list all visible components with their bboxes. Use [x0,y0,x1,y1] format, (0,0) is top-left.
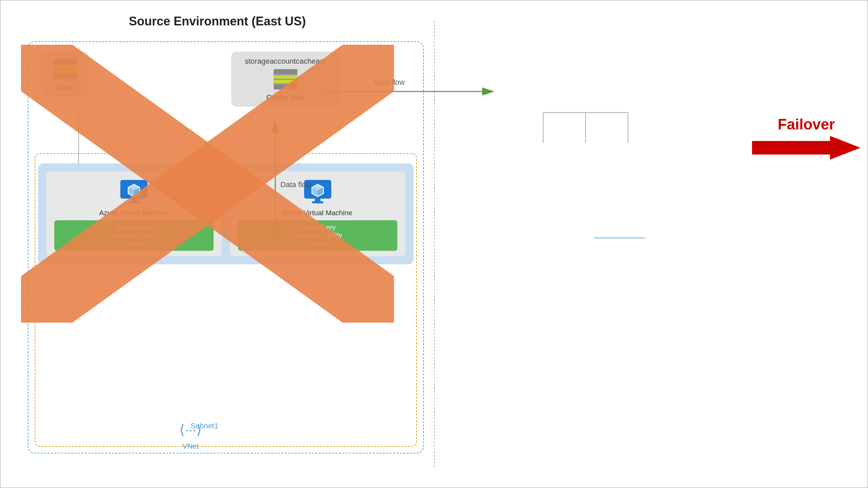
source-vm-group: Azure Virtual Machine Site recoveryexten… [38,163,414,264]
cache-data-label: Cache data [267,93,305,102]
svg-rect-7 [274,75,297,79]
svg-rect-17 [128,201,140,203]
svg-rect-16 [131,199,137,201]
svg-rect-1 [53,59,77,64]
cache-disk-icon [272,68,299,90]
svg-text:⟨···⟩: ⟨···⟩ [180,422,201,437]
svg-rect-24 [315,199,320,201]
source-vm-1: Azure Virtual Machine Site recoveryexten… [46,171,222,256]
cache-storage-name: storageaccountcacheasr [245,57,326,66]
failover-arrow: Failover [752,116,861,161]
source-disk-1: Disks [52,58,79,92]
source-vm-label-2: Azure Virtual Machine [283,209,352,217]
source-vm-label-1: Azure Virtual Machine [99,209,169,217]
svg-rect-25 [312,201,323,203]
svg-rect-8 [274,80,297,83]
source-vnet-label: VNet [182,442,199,451]
svg-rect-6 [274,69,297,74]
source-service-badge-1: Site recoveryextension mobilityservice [54,220,214,251]
source-disk-label-1: Disks [56,83,74,92]
cache-storage-box: storageaccountcacheasr Cache data [231,52,340,107]
svg-rect-3 [53,70,77,73]
svg-rect-2 [53,65,77,68]
vnet-icon: ⟨···⟩ [180,422,201,439]
failover-arrow-svg [752,134,861,161]
diagram-container: Source Environment (East US) Disks stora… [0,0,868,488]
vm-icon-2 [302,178,333,205]
source-storage-group: Disks [41,52,89,97]
source-vnet: ⟨···⟩ VNet [180,422,201,451]
divider-line [434,21,435,467]
svg-rect-9 [274,85,297,89]
source-service-badge-2: Site recoveryextension mobilityservice [238,220,397,251]
source-env-title: Source Environment (East US) [14,14,420,28]
source-env-panel: Source Environment (East US) Disks stora… [1,1,434,487]
svg-marker-54 [752,136,861,160]
failover-label: Failover [778,116,835,133]
vm-icon-1 [119,178,149,205]
svg-rect-4 [53,75,77,79]
disk-icon-1 [52,58,79,80]
source-vm-2: Azure Virtual Machine Site recoveryexten… [230,171,406,256]
